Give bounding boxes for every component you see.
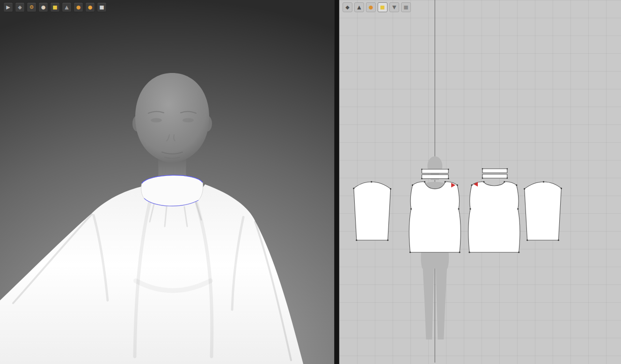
transform-pattern-icon: ◆ [345,5,349,10]
fabric-swatch-button[interactable]: ■ [50,2,60,12]
settings-gear-icon: ⚙ [29,5,34,10]
press-icon: ■ [403,5,408,10]
settings-gear-button[interactable]: ⚙ [27,2,37,12]
needle-tool-button[interactable]: ▲ [62,2,72,12]
pattern-piece-collar-band-1[interactable] [422,169,448,173]
mannequin-icon: ● [76,5,81,10]
viewport-3d[interactable]: ▶◆⚙●■▲●●■ [0,0,334,364]
pattern-piece-front-bodice[interactable] [409,182,460,252]
pattern-piece-sleeve-right[interactable] [525,182,562,240]
edit-pattern-button[interactable]: ▲ [354,2,364,12]
viewport-2d[interactable]: ◆▲●■▼■ [339,0,621,364]
edit-pattern-icon: ▲ [357,5,361,10]
fabric-swatch-icon: ■ [52,5,57,10]
pattern-piece-back-bodice[interactable] [468,182,520,252]
toolbar-3d: ▶◆⚙●■▲●●■ [3,2,107,12]
pattern-piece-collar-band-2[interactable] [422,175,448,178]
pose-tool-icon: ◆ [18,5,22,10]
simulate-button[interactable]: ▶ [3,2,13,12]
transform-pattern-button[interactable]: ◆ [343,2,352,12]
avatar-icon: ● [41,5,46,10]
pattern-piece-sleeve-left[interactable] [354,182,391,240]
simulate-icon: ▶ [6,5,10,10]
steamer-icon: ■ [99,5,104,10]
texture-sphere-icon: ● [369,5,373,10]
panel-divider[interactable] [334,0,339,364]
shirt-button[interactable]: ▼ [389,2,399,12]
avatar-3d-render [0,0,334,364]
app-window: ▶◆⚙●■▲●●■ [0,0,621,364]
fabric-swatch-icon: ■ [380,5,385,10]
sphere-button[interactable]: ● [85,2,95,12]
avatar-head [135,73,209,163]
pattern-piece-collar-band-3[interactable] [482,169,507,173]
shirt-icon: ▼ [392,5,396,10]
press-button[interactable]: ■ [401,2,411,12]
toolbar-2d: ◆▲●■▼■ [343,2,411,12]
garment-collar[interactable] [141,175,203,206]
sphere-icon: ● [88,5,93,10]
pattern-2d-render [339,0,621,363]
needle-tool-icon: ▲ [65,5,68,10]
fabric-swatch-button[interactable]: ■ [378,2,387,12]
mannequin-button[interactable]: ● [73,2,83,12]
texture-sphere-button[interactable]: ● [366,2,376,12]
avatar-button[interactable]: ● [38,2,48,12]
pattern-piece-collar-band-4[interactable] [482,174,507,178]
steamer-button[interactable]: ■ [97,2,107,12]
pose-tool-button[interactable]: ◆ [15,2,25,12]
